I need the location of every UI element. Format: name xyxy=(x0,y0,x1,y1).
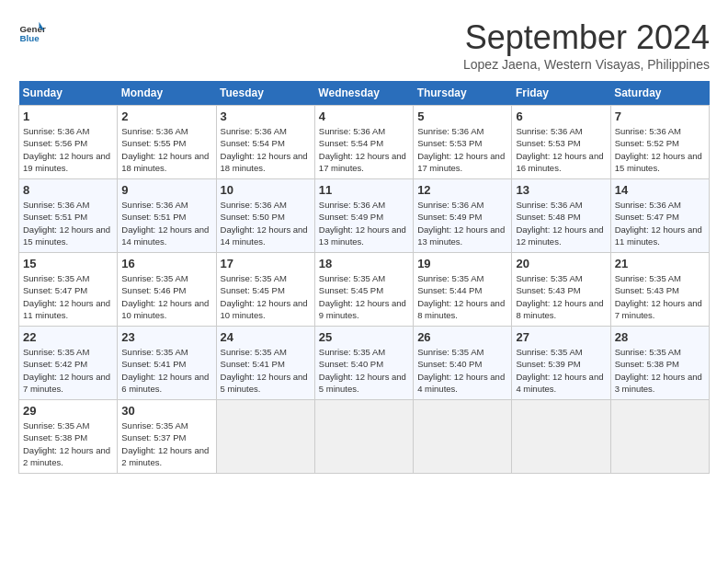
calendar-cell: 5 Sunrise: 5:36 AMSunset: 5:53 PMDayligh… xyxy=(414,106,512,179)
calendar-cell: 10 Sunrise: 5:36 AMSunset: 5:50 PMDaylig… xyxy=(216,179,314,253)
weekday-header: Friday xyxy=(512,81,610,106)
calendar-cell: 28 Sunrise: 5:35 AMSunset: 5:38 PMDaylig… xyxy=(610,327,709,400)
calendar-cell xyxy=(610,400,709,474)
day-info: Sunrise: 5:36 AMSunset: 5:49 PMDaylight:… xyxy=(417,199,507,247)
calendar-cell: 27 Sunrise: 5:35 AMSunset: 5:39 PMDaylig… xyxy=(512,327,610,400)
day-info: Sunrise: 5:35 AMSunset: 5:38 PMDaylight:… xyxy=(615,346,705,395)
weekday-header: Monday xyxy=(118,81,216,106)
calendar-row: 15 Sunrise: 5:35 AMSunset: 5:47 PMDaylig… xyxy=(19,253,710,327)
weekday-header: Sunday xyxy=(19,81,118,106)
weekday-header: Saturday xyxy=(610,81,709,106)
calendar-cell: 24 Sunrise: 5:35 AMSunset: 5:41 PMDaylig… xyxy=(216,327,314,400)
day-info: Sunrise: 5:35 AMSunset: 5:40 PMDaylight:… xyxy=(417,346,507,395)
logo-icon: General Blue xyxy=(18,18,46,46)
day-number: 13 xyxy=(516,183,606,197)
day-info: Sunrise: 5:36 AMSunset: 5:54 PMDaylight:… xyxy=(319,125,409,174)
day-number: 15 xyxy=(23,257,113,270)
day-info: Sunrise: 5:36 AMSunset: 5:50 PMDaylight:… xyxy=(221,199,311,247)
calendar-cell: 22 Sunrise: 5:35 AMSunset: 5:42 PMDaylig… xyxy=(19,327,118,400)
day-info: Sunrise: 5:36 AMSunset: 5:51 PMDaylight:… xyxy=(23,199,113,247)
day-number: 10 xyxy=(221,183,311,197)
day-number: 23 xyxy=(121,330,211,344)
calendar-row: 1 Sunrise: 5:36 AMSunset: 5:56 PMDayligh… xyxy=(19,106,710,179)
day-info: Sunrise: 5:35 AMSunset: 5:45 PMDaylight:… xyxy=(221,272,311,321)
weekday-header: Tuesday xyxy=(216,81,314,106)
calendar-cell xyxy=(414,400,512,474)
calendar-cell: 12 Sunrise: 5:36 AMSunset: 5:49 PMDaylig… xyxy=(414,179,512,253)
day-info: Sunrise: 5:35 AMSunset: 5:41 PMDaylight:… xyxy=(221,346,311,395)
day-info: Sunrise: 5:35 AMSunset: 5:38 PMDaylight:… xyxy=(23,419,113,468)
day-info: Sunrise: 5:36 AMSunset: 5:51 PMDaylight:… xyxy=(121,199,211,247)
day-number: 28 xyxy=(615,330,705,344)
calendar-row: 8 Sunrise: 5:36 AMSunset: 5:51 PMDayligh… xyxy=(19,179,710,253)
day-number: 29 xyxy=(23,404,113,418)
calendar-cell: 3 Sunrise: 5:36 AMSunset: 5:54 PMDayligh… xyxy=(216,106,314,179)
day-number: 24 xyxy=(221,330,311,344)
calendar-cell: 20 Sunrise: 5:35 AMSunset: 5:43 PMDaylig… xyxy=(512,253,610,327)
weekday-header-row: SundayMondayTuesdayWednesdayThursdayFrid… xyxy=(19,81,710,106)
day-number: 11 xyxy=(319,183,409,197)
calendar-cell: 21 Sunrise: 5:35 AMSunset: 5:43 PMDaylig… xyxy=(610,253,709,327)
svg-text:Blue: Blue xyxy=(20,33,40,43)
day-info: Sunrise: 5:36 AMSunset: 5:47 PMDaylight:… xyxy=(615,199,705,247)
calendar-cell xyxy=(216,400,314,474)
calendar-cell: 18 Sunrise: 5:35 AMSunset: 5:45 PMDaylig… xyxy=(314,253,413,327)
day-info: Sunrise: 5:35 AMSunset: 5:41 PMDaylight:… xyxy=(121,346,211,395)
calendar-cell xyxy=(314,400,413,474)
day-number: 2 xyxy=(121,109,211,123)
calendar-cell: 15 Sunrise: 5:35 AMSunset: 5:47 PMDaylig… xyxy=(19,253,118,327)
calendar-cell: 6 Sunrise: 5:36 AMSunset: 5:53 PMDayligh… xyxy=(512,106,610,179)
day-number: 4 xyxy=(319,109,409,123)
calendar-cell: 1 Sunrise: 5:36 AMSunset: 5:56 PMDayligh… xyxy=(19,106,118,179)
calendar-row: 29 Sunrise: 5:35 AMSunset: 5:38 PMDaylig… xyxy=(19,400,710,474)
day-number: 3 xyxy=(221,109,311,123)
day-info: Sunrise: 5:35 AMSunset: 5:44 PMDaylight:… xyxy=(417,272,507,321)
day-number: 8 xyxy=(23,183,113,197)
calendar-cell: 4 Sunrise: 5:36 AMSunset: 5:54 PMDayligh… xyxy=(314,106,413,179)
day-info: Sunrise: 5:35 AMSunset: 5:42 PMDaylight:… xyxy=(23,346,113,395)
calendar-cell: 13 Sunrise: 5:36 AMSunset: 5:48 PMDaylig… xyxy=(512,179,610,253)
day-info: Sunrise: 5:36 AMSunset: 5:48 PMDaylight:… xyxy=(516,199,606,247)
calendar-cell: 8 Sunrise: 5:36 AMSunset: 5:51 PMDayligh… xyxy=(19,179,118,253)
month-title: September 2024 xyxy=(463,18,710,57)
calendar-cell: 11 Sunrise: 5:36 AMSunset: 5:49 PMDaylig… xyxy=(314,179,413,253)
calendar-cell: 14 Sunrise: 5:36 AMSunset: 5:47 PMDaylig… xyxy=(610,179,709,253)
day-number: 9 xyxy=(121,183,211,197)
calendar-cell: 7 Sunrise: 5:36 AMSunset: 5:52 PMDayligh… xyxy=(610,106,709,179)
title-block: September 2024 Lopez Jaena, Western Visa… xyxy=(463,18,710,72)
day-info: Sunrise: 5:35 AMSunset: 5:43 PMDaylight:… xyxy=(615,272,705,321)
calendar-cell: 30 Sunrise: 5:35 AMSunset: 5:37 PMDaylig… xyxy=(118,400,216,474)
day-number: 1 xyxy=(23,109,113,123)
calendar-cell: 29 Sunrise: 5:35 AMSunset: 5:38 PMDaylig… xyxy=(19,400,118,474)
day-info: Sunrise: 5:35 AMSunset: 5:43 PMDaylight:… xyxy=(516,272,606,321)
day-number: 19 xyxy=(417,257,507,270)
day-info: Sunrise: 5:36 AMSunset: 5:54 PMDaylight:… xyxy=(221,125,311,174)
logo: General Blue xyxy=(18,18,46,46)
day-info: Sunrise: 5:35 AMSunset: 5:46 PMDaylight:… xyxy=(121,272,211,321)
day-number: 6 xyxy=(516,109,606,123)
day-number: 21 xyxy=(615,257,705,270)
day-number: 12 xyxy=(417,183,507,197)
calendar-table: SundayMondayTuesdayWednesdayThursdayFrid… xyxy=(18,81,710,474)
day-number: 17 xyxy=(221,257,311,270)
calendar-cell: 26 Sunrise: 5:35 AMSunset: 5:40 PMDaylig… xyxy=(414,327,512,400)
page-header: General Blue September 2024 Lopez Jaena,… xyxy=(18,18,710,72)
calendar-cell: 19 Sunrise: 5:35 AMSunset: 5:44 PMDaylig… xyxy=(414,253,512,327)
day-number: 26 xyxy=(417,330,507,344)
calendar-cell: 25 Sunrise: 5:35 AMSunset: 5:40 PMDaylig… xyxy=(314,327,413,400)
calendar-row: 22 Sunrise: 5:35 AMSunset: 5:42 PMDaylig… xyxy=(19,327,710,400)
weekday-header: Wednesday xyxy=(314,81,413,106)
day-number: 20 xyxy=(516,257,606,270)
day-info: Sunrise: 5:36 AMSunset: 5:55 PMDaylight:… xyxy=(121,125,211,174)
day-number: 27 xyxy=(516,330,606,344)
day-info: Sunrise: 5:36 AMSunset: 5:52 PMDaylight:… xyxy=(615,125,705,174)
day-info: Sunrise: 5:35 AMSunset: 5:40 PMDaylight:… xyxy=(319,346,409,395)
day-info: Sunrise: 5:35 AMSunset: 5:39 PMDaylight:… xyxy=(516,346,606,395)
day-info: Sunrise: 5:36 AMSunset: 5:53 PMDaylight:… xyxy=(516,125,606,174)
calendar-cell: 2 Sunrise: 5:36 AMSunset: 5:55 PMDayligh… xyxy=(118,106,216,179)
day-number: 14 xyxy=(615,183,705,197)
calendar-cell: 17 Sunrise: 5:35 AMSunset: 5:45 PMDaylig… xyxy=(216,253,314,327)
weekday-header: Thursday xyxy=(414,81,512,106)
day-info: Sunrise: 5:36 AMSunset: 5:53 PMDaylight:… xyxy=(417,125,507,174)
day-number: 5 xyxy=(417,109,507,123)
